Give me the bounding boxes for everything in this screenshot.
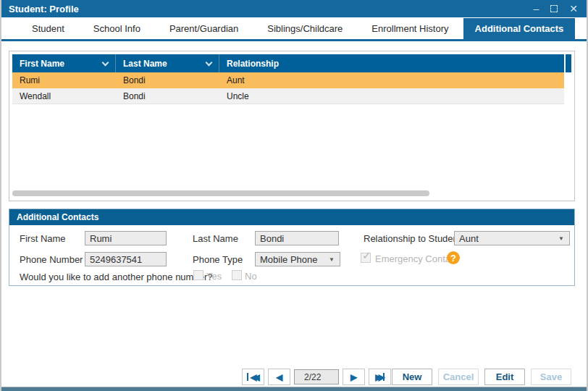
form-section-header: Additional Contacts — [9, 209, 574, 225]
new-button[interactable]: New — [392, 369, 432, 385]
column-header-relationship: Relationship — [219, 54, 564, 72]
relationship-select[interactable]: Aunt ▼ — [454, 231, 570, 245]
check-icon: ✓ — [362, 249, 371, 262]
table-header: First Name Last Name Relationship — [12, 54, 571, 72]
column-header-first-name[interactable]: First Name — [12, 54, 116, 72]
table-row[interactable]: Rumi Bondi Aunt — [12, 72, 564, 88]
yes-label: Yes — [206, 271, 222, 282]
help-icon[interactable]: ? — [447, 251, 460, 264]
last-page-icon — [383, 373, 385, 381]
no-label: No — [245, 271, 257, 282]
last-name-input[interactable] — [255, 231, 339, 245]
cell-relationship: Uncle — [219, 91, 564, 101]
emergency-contact-label: Emergency Contact — [375, 253, 458, 264]
tab-school-info[interactable]: School Info — [79, 18, 155, 39]
tab-siblings-childcare[interactable]: Siblings/Childcare — [253, 18, 357, 39]
chevron-down-icon — [102, 59, 109, 66]
first-name-label: First Name — [20, 233, 66, 244]
contacts-table: First Name Last Name Relationship Rumi B… — [9, 51, 575, 201]
action-buttons: New Cancel Edit Save — [392, 369, 571, 385]
prev-page-button[interactable]: ◀ — [268, 369, 290, 385]
column-header-last-name[interactable]: Last Name — [116, 54, 219, 72]
relationship-label: Relationship to Student — [364, 233, 461, 244]
next-page-icon: ▶ — [350, 372, 357, 382]
cell-last-name: Bondi — [116, 75, 219, 85]
last-name-label: Last Name — [193, 233, 238, 244]
dropdown-arrow-icon: ▼ — [558, 235, 564, 242]
contacts-form-panel: Additional Contacts First Name Last Name… — [9, 209, 575, 286]
phone-type-select[interactable]: Mobile Phone ▼ — [255, 252, 340, 266]
cell-relationship: Aunt — [219, 75, 564, 85]
tab-additional-contacts[interactable]: Additional Contacts — [463, 18, 576, 39]
tab-enrollment-history[interactable]: Enrollment History — [357, 18, 463, 39]
prev-page-icon: ◀ — [276, 372, 282, 382]
page-indicator-input[interactable] — [294, 369, 339, 384]
first-name-input[interactable] — [85, 231, 167, 245]
phone-number-label: Phone Number — [20, 254, 83, 265]
dropdown-arrow-icon: ▼ — [329, 256, 335, 263]
titlebar: Student: Profile – ✕ — [1, 0, 587, 17]
edit-button[interactable]: Edit — [484, 369, 525, 385]
tab-bar: Student School Info Parent/Guardian Sibl… — [1, 17, 587, 41]
cell-last-name: Bondi — [116, 91, 219, 101]
tab-student[interactable]: Student — [17, 18, 79, 39]
first-page-icon — [247, 373, 248, 381]
phone-number-input[interactable] — [85, 252, 167, 266]
cell-first-name: Rumi — [12, 75, 116, 85]
emergency-contact-checkbox[interactable]: ✓ — [361, 253, 371, 263]
table-row[interactable]: Wendall Bondi Uncle — [12, 88, 564, 104]
table-scrollbar-gutter — [566, 54, 571, 72]
next-page-button[interactable]: ▶ — [343, 369, 365, 385]
maximize-button[interactable] — [550, 5, 558, 12]
add-phone-question: Would you like to add another phone numb… — [20, 272, 212, 282]
yes-checkbox[interactable] — [193, 270, 203, 280]
tab-parent-guardian[interactable]: Parent/Guardian — [155, 18, 253, 39]
close-button[interactable]: ✕ — [569, 4, 578, 14]
window-title: Student: Profile — [9, 4, 79, 14]
no-checkbox[interactable] — [232, 270, 242, 280]
close-icon: ✕ — [569, 4, 578, 14]
cell-first-name: Wendall — [12, 91, 116, 101]
pagination: ◀◀ ◀ ▶ ▶▶ — [242, 369, 391, 385]
student-profile-window: Student: Profile – ✕ Student School Info… — [0, 0, 588, 391]
minimize-button[interactable]: – — [533, 4, 539, 14]
maximize-icon — [550, 5, 558, 12]
phone-type-label: Phone Type — [193, 254, 243, 265]
last-page-button[interactable]: ▶▶ — [369, 369, 391, 385]
minimize-icon: – — [533, 4, 539, 14]
chevron-down-icon — [206, 59, 213, 66]
first-page-button[interactable]: ◀◀ — [242, 369, 264, 385]
cancel-button[interactable]: Cancel — [438, 369, 479, 385]
save-button[interactable]: Save — [531, 369, 571, 385]
horizontal-scrollbar-thumb[interactable] — [12, 190, 429, 196]
window-bottom-strip — [1, 387, 587, 391]
